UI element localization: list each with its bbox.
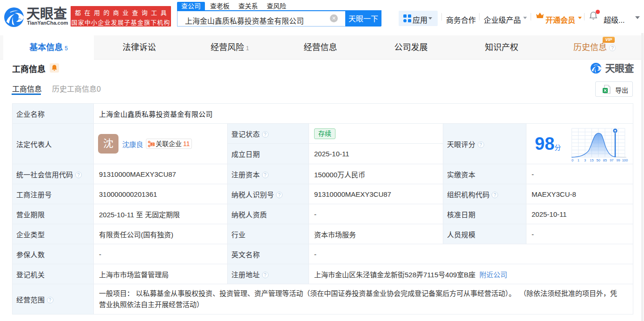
svg-text:50: 50 (597, 158, 600, 162)
svg-text:97: 97 (610, 158, 613, 162)
svg-text:3: 3 (584, 158, 586, 162)
svg-text:企: 企 (151, 142, 154, 146)
svg-text:1: 1 (578, 158, 579, 162)
svg-text:0: 0 (572, 158, 573, 162)
svg-text:99: 99 (616, 158, 620, 162)
svg-text:85: 85 (603, 158, 607, 162)
svg-text:100: 100 (622, 158, 628, 162)
svg-text:15: 15 (590, 158, 593, 162)
